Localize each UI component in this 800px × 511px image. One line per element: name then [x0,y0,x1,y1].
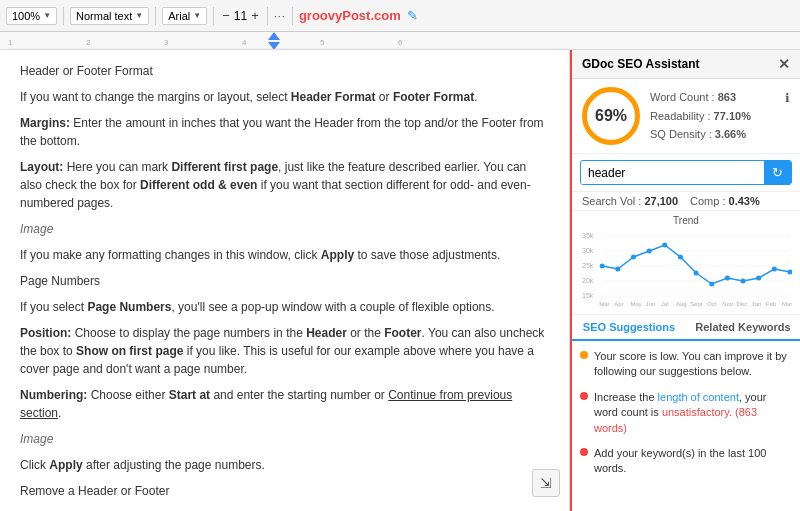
separator-5 [292,7,293,25]
svg-point-22 [647,249,652,254]
svg-point-30 [772,267,777,272]
doc-paragraph: If you select Page Numbers, you'll see a… [20,298,549,316]
font-label: Arial [168,10,190,22]
svg-text:30k: 30k [582,247,594,254]
search-vol: Search Vol : 27,100 [582,195,678,207]
style-control[interactable]: Normal text ▼ [70,7,149,25]
svg-text:Apr: Apr [614,301,623,307]
sq-density-value: 3.66% [715,128,746,140]
suggestion-item: Add your keyword(s) in the last 100 word… [580,446,792,477]
svg-text:2: 2 [86,38,91,47]
svg-text:6: 6 [398,38,403,47]
floating-action-button[interactable]: ⇲ [532,469,560,497]
svg-text:Feb: Feb [766,301,777,307]
brand-tld: .com [370,8,400,23]
svg-text:3: 3 [164,38,169,47]
separator-3 [213,7,214,25]
svg-text:May: May [630,301,641,307]
brand-name: groovyPost [299,8,371,23]
suggestion-bullet [580,448,588,456]
doc-paragraph: If you make any formatting changes in th… [20,246,549,264]
suggestion-item: Your score is low. You can improve it by… [580,349,792,380]
svg-point-28 [741,279,746,284]
svg-text:Dec: Dec [736,301,747,307]
font-size-control: − 11 + [220,8,261,23]
ruler: 1 2 3 4 5 6 [0,32,800,50]
word-count-row: Word Count : 863 [650,88,790,107]
svg-point-21 [631,255,636,260]
chart-container: 35k 30k 25k 20k 15k [580,228,792,308]
document-area[interactable]: Header or Footer FormatIf you want to ch… [0,50,570,511]
seo-tabs: SEO Suggestions Related Keywords [572,315,800,341]
zoom-label: 100% [12,10,40,22]
doc-paragraph: Margins: Enter the amount in inches that… [20,114,549,150]
doc-heading2: Page Numbers [20,272,549,290]
svg-text:Nov: Nov [722,301,733,307]
toolbar: 100% ▼ Normal text ▼ Arial ▼ − 11 + ··· … [0,0,800,32]
info-icon[interactable]: ℹ [785,88,790,108]
font-size-decrease[interactable]: − [220,8,232,23]
suggestion-bullet [580,351,588,359]
svg-text:Mar: Mar [782,301,792,307]
svg-text:1: 1 [8,38,13,47]
separator-2 [155,7,156,25]
doc-heading: Header or Footer Format [20,62,549,80]
tab-related-keywords[interactable]: Related Keywords [686,315,800,339]
search-button[interactable]: ↻ [764,161,791,184]
readability-value: 77.10% [714,110,751,122]
search-box: ↻ [580,160,792,185]
doc-paragraph: Numbering: Choose either Start at and en… [20,386,549,422]
svg-point-19 [600,264,605,269]
suggestion-bullet [580,392,588,400]
toolbar-more[interactable]: ··· [274,10,286,22]
svg-text:20k: 20k [582,277,594,284]
svg-point-23 [662,243,667,248]
svg-text:4: 4 [242,38,247,47]
separator-4 [267,7,268,25]
zoom-chevron: ▼ [43,11,51,20]
svg-text:Mar: Mar [599,301,609,307]
comp-stat: Comp : 0.43% [690,195,760,207]
font-control[interactable]: Arial ▼ [162,7,207,25]
search-input[interactable] [581,162,764,184]
edit-icon[interactable]: ✎ [407,8,418,23]
svg-text:Aug: Aug [676,301,687,307]
suggestion-text: Add your keyword(s) in the last 100 word… [594,446,792,477]
brand-logo: groovyPost.com [299,8,401,23]
tab-seo-suggestions[interactable]: SEO Suggestions [572,315,686,341]
doc-paragraph: Layout: Here you can mark Different firs… [20,158,549,212]
search-stats-row: Search Vol : 27,100 Comp : 0.43% [572,192,800,211]
readability-row: Readability : 77.10% [650,107,790,126]
doc-image-placeholder: Image [20,430,549,448]
svg-point-31 [787,270,792,275]
svg-text:Jul: Jul [661,301,669,307]
svg-point-20 [615,267,620,272]
main-layout: Header or Footer FormatIf you want to ch… [0,50,800,511]
score-circle: 69% [582,87,640,145]
doc-image-placeholder: Image [20,220,549,238]
seo-panel: GDoc SEO Assistant ✕ 69% ℹ Word Count : … [570,50,800,511]
svg-text:Jun: Jun [646,301,656,307]
svg-text:15k: 15k [582,292,594,299]
separator-1 [63,7,64,25]
font-size-increase[interactable]: + [249,8,261,23]
suggestion-text: Increase the length of content, your wor… [594,390,792,436]
svg-marker-7 [268,32,280,40]
score-value: 69% [595,107,627,125]
word-count-value: 863 [718,91,736,103]
seo-panel-title: GDoc SEO Assistant [582,57,700,71]
doc-heading2: Remove a Header or Footer [20,482,549,500]
svg-text:25k: 25k [582,262,594,269]
suggestions-section: Your score is low. You can improve it by… [572,341,800,511]
svg-point-24 [678,255,683,260]
svg-point-27 [725,276,730,281]
chart-section: Trend 35k 30k 25k 20k 15k [572,211,800,315]
zoom-control[interactable]: 100% ▼ [6,7,57,25]
chart-title: Trend [580,215,792,226]
seo-close-button[interactable]: ✕ [778,56,790,72]
search-section: ↻ [572,154,800,192]
suggestion-text: Your score is low. You can improve it by… [594,349,792,380]
doc-paragraph: If you want to change the margins or lay… [20,88,549,106]
score-section: 69% ℹ Word Count : 863 Readability : 77.… [572,79,800,154]
score-stats: ℹ Word Count : 863 Readability : 77.10% … [650,88,790,144]
